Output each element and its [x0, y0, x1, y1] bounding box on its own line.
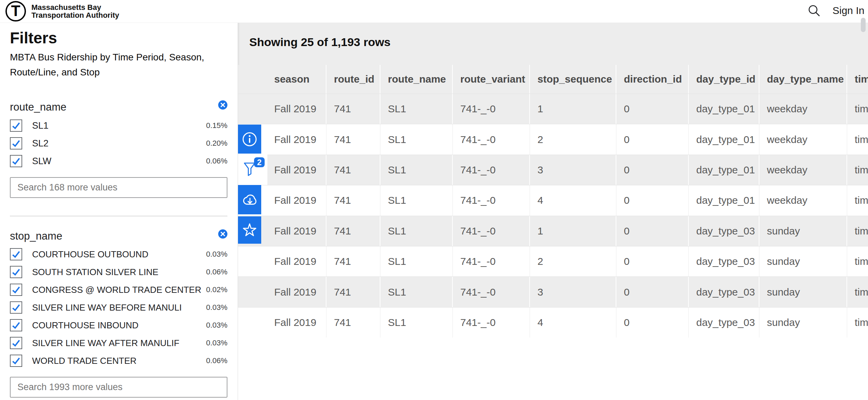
checkmark-icon	[11, 320, 21, 330]
cell-direction-id: 0	[616, 308, 689, 338]
search-button[interactable]	[807, 4, 821, 17]
option-label: SL2	[32, 138, 206, 149]
cell-route-variant: 741-_-0	[453, 155, 530, 185]
search-icon	[807, 4, 821, 17]
filter-option-slw-after-manulif[interactable]: SILVER LINE WAY AFTER MANULIF 0.03%	[10, 337, 227, 349]
table-row: Fall 2019 741 SL1 741-_-0 1 0 day_type_0…	[238, 94, 868, 124]
option-label: CONGRESS @ WORLD TRADE CENTER	[32, 285, 206, 295]
filter-button-active[interactable]: 2	[238, 154, 267, 185]
cell-route-variant: 741-_-0	[453, 94, 530, 124]
mbta-logo-link[interactable]: T Massachusetts Bay Transportation Autho…	[5, 1, 119, 22]
section-divider	[10, 216, 227, 216]
cell-route-name: SL1	[380, 124, 453, 154]
filter-option-south-station[interactable]: SOUTH STATION SILVER LINE 0.06%	[10, 266, 227, 278]
checkbox-checked[interactable]	[10, 355, 22, 367]
checkbox-checked[interactable]	[10, 319, 22, 331]
filters-sidebar: Filters MBTA Bus Ridership by Time Perio…	[0, 23, 238, 400]
cell-direction-id: 0	[616, 216, 689, 246]
column-header-day-type-id[interactable]: day_type_id	[689, 65, 759, 94]
cell-day-type-name: sunday	[759, 277, 847, 307]
dataset-description-line1: MBTA Bus Ridership by Time Period, Seaso…	[10, 50, 222, 65]
checkbox-checked[interactable]	[10, 137, 22, 149]
filter-section-title: route_name	[10, 101, 66, 113]
option-label: SLW	[32, 156, 206, 167]
cell-route-name: SL1	[380, 277, 453, 307]
cell-day-type-id: day_type_03	[689, 246, 759, 276]
column-header-time-period-clipped[interactable]: tim	[847, 65, 868, 94]
filter-option-slw[interactable]: SLW 0.06%	[10, 155, 227, 167]
column-header-route-id[interactable]: route_id	[326, 65, 380, 94]
table-row: Fall 2019 741 SL1 741-_-0 3 0 day_type_0…	[238, 155, 868, 185]
filter-option-sl2[interactable]: SL2 0.20%	[10, 137, 227, 149]
filter-option-world-trade-center[interactable]: WORLD TRADE CENTER 0.06%	[10, 355, 227, 367]
checkbox-checked[interactable]	[10, 155, 22, 167]
option-label: COURTHOUSE OUTBOUND	[32, 249, 206, 260]
checkmark-icon	[11, 338, 21, 348]
route-name-search-input[interactable]	[10, 177, 227, 198]
checkmark-icon	[11, 120, 21, 131]
favorite-button[interactable]	[238, 216, 261, 244]
cell-route-name: SL1	[380, 246, 453, 276]
checkbox-checked[interactable]	[10, 248, 22, 260]
cell-stop-sequence: 3	[530, 277, 616, 307]
stop-name-search-input[interactable]	[10, 377, 227, 398]
option-percent: 0.15%	[206, 121, 227, 130]
checkmark-icon	[11, 249, 21, 259]
main-content: Showing 25 of 1,193 rows season route_id…	[238, 23, 868, 400]
page: T Massachusetts Bay Transportation Autho…	[0, 0, 868, 400]
cell-route-name: SL1	[380, 94, 453, 124]
column-header-route-name[interactable]: route_name	[380, 65, 453, 94]
download-button[interactable]	[238, 185, 261, 214]
cell-route-variant: 741-_-0	[453, 216, 530, 246]
table-row: Fall 2019 741 SL1 741-_-0 4 0 day_type_0…	[238, 185, 868, 215]
checkbox-checked[interactable]	[10, 284, 22, 296]
filter-option-courthouse-outbound[interactable]: COURTHOUSE OUTBOUND 0.03%	[10, 248, 227, 260]
checkbox-checked[interactable]	[10, 301, 22, 314]
cell-stop-sequence: 2	[530, 124, 616, 154]
cell-day-type-id: day_type_01	[689, 94, 759, 124]
cell-route-variant: 741-_-0	[453, 185, 530, 215]
checkmark-icon	[11, 156, 21, 166]
cell-direction-id: 0	[616, 94, 689, 124]
column-header-direction-id[interactable]: direction_id	[616, 65, 689, 94]
cell-direction-id: 0	[616, 277, 689, 307]
option-label: SOUTH STATION SILVER LINE	[32, 267, 206, 277]
filter-option-sl1[interactable]: SL1 0.15%	[10, 119, 227, 132]
cell-season: Fall 2019	[238, 277, 326, 307]
sign-in-link[interactable]: Sign In	[832, 5, 864, 16]
option-percent: 0.20%	[206, 139, 227, 148]
close-circle-icon	[218, 100, 227, 110]
column-header-route-variant[interactable]: route_variant	[453, 65, 530, 94]
clear-filter-button[interactable]	[218, 229, 227, 239]
checkbox-checked[interactable]	[10, 337, 22, 349]
column-header-day-type-name[interactable]: day_type_name	[759, 65, 847, 94]
cell-day-type-name: weekday	[759, 185, 847, 215]
option-label: SL1	[32, 120, 206, 131]
cell-time-period-clipped: tim	[847, 124, 868, 154]
option-percent: 0.03%	[206, 321, 227, 330]
cell-day-type-id: day_type_03	[689, 277, 759, 307]
filter-option-courthouse-inbound[interactable]: COURTHOUSE INBOUND 0.03%	[10, 319, 227, 331]
info-button[interactable]	[238, 125, 261, 154]
cell-day-type-name: weekday	[759, 124, 847, 154]
clear-filter-button[interactable]	[218, 100, 227, 110]
checkmark-icon	[11, 302, 21, 313]
cell-day-type-id: day_type_01	[689, 155, 759, 185]
filter-section-title: stop_name	[10, 230, 62, 242]
vertical-scrollbar-thumb[interactable]	[861, 18, 866, 32]
checkbox-checked[interactable]	[10, 266, 22, 278]
cell-route-id: 741	[326, 185, 380, 215]
cell-route-name: SL1	[380, 155, 453, 185]
cell-time-period-clipped: tim	[847, 308, 868, 338]
cell-route-id: 741	[326, 155, 380, 185]
cell-direction-id: 0	[616, 185, 689, 215]
option-label: SILVER LINE WAY BEFORE MANULI	[32, 302, 206, 313]
column-header-stop-sequence[interactable]: stop_sequence	[530, 65, 616, 94]
cell-direction-id: 0	[616, 246, 689, 276]
column-header-season[interactable]: season	[238, 65, 326, 94]
filter-option-congress-wtc[interactable]: CONGRESS @ WORLD TRADE CENTER 0.02%	[10, 284, 227, 296]
checkbox-checked[interactable]	[10, 119, 22, 132]
cell-day-type-id: day_type_03	[689, 308, 759, 338]
table-row: Fall 2019 741 SL1 741-_-0 3 0 day_type_0…	[238, 276, 868, 307]
filter-option-slw-before-manuli[interactable]: SILVER LINE WAY BEFORE MANULI 0.03%	[10, 301, 227, 314]
